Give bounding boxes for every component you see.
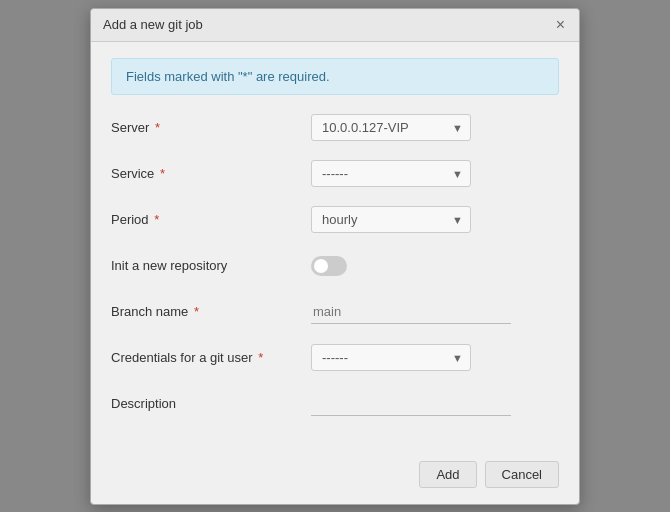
branch-row: Branch name * bbox=[111, 297, 559, 327]
info-banner-text: Fields marked with "*" are required. bbox=[126, 69, 330, 84]
add-button[interactable]: Add bbox=[419, 461, 476, 488]
branch-label: Branch name * bbox=[111, 304, 311, 319]
credentials-row: Credentials for a git user * ------ ▼ bbox=[111, 343, 559, 373]
init-repo-toggle[interactable] bbox=[311, 256, 347, 276]
service-row: Service * ------ ▼ bbox=[111, 159, 559, 189]
init-repo-label: Init a new repository bbox=[111, 258, 311, 273]
add-git-job-dialog: Add a new git job × Fields marked with "… bbox=[90, 8, 580, 505]
service-required: * bbox=[156, 166, 165, 181]
period-select[interactable]: hourly daily weekly monthly bbox=[311, 206, 471, 233]
service-select-wrapper: ------ ▼ bbox=[311, 160, 471, 187]
init-repo-control bbox=[311, 256, 559, 276]
description-control bbox=[311, 392, 559, 416]
credentials-required: * bbox=[255, 350, 264, 365]
branch-control bbox=[311, 300, 559, 324]
branch-input[interactable] bbox=[311, 300, 511, 324]
dialog-footer: Add Cancel bbox=[91, 451, 579, 504]
server-required: * bbox=[151, 120, 160, 135]
period-control: hourly daily weekly monthly ▼ bbox=[311, 206, 559, 233]
close-button[interactable]: × bbox=[554, 17, 567, 33]
dialog-body: Fields marked with "*" are required. Ser… bbox=[91, 42, 579, 451]
init-repo-row: Init a new repository bbox=[111, 251, 559, 281]
period-select-wrapper: hourly daily weekly monthly ▼ bbox=[311, 206, 471, 233]
cancel-button[interactable]: Cancel bbox=[485, 461, 559, 488]
branch-required: * bbox=[190, 304, 199, 319]
period-required: * bbox=[151, 212, 160, 227]
server-select-wrapper: 10.0.0.127-VIP ▼ bbox=[311, 114, 471, 141]
toggle-slider bbox=[311, 256, 347, 276]
description-input[interactable] bbox=[311, 392, 511, 416]
description-row: Description bbox=[111, 389, 559, 419]
server-row: Server * 10.0.0.127-VIP ▼ bbox=[111, 113, 559, 143]
credentials-control: ------ ▼ bbox=[311, 344, 559, 371]
credentials-select[interactable]: ------ bbox=[311, 344, 471, 371]
service-label: Service * bbox=[111, 166, 311, 181]
period-row: Period * hourly daily weekly monthly ▼ bbox=[111, 205, 559, 235]
service-control: ------ ▼ bbox=[311, 160, 559, 187]
server-control: 10.0.0.127-VIP ▼ bbox=[311, 114, 559, 141]
dialog-title: Add a new git job bbox=[103, 17, 203, 32]
server-select[interactable]: 10.0.0.127-VIP bbox=[311, 114, 471, 141]
info-banner: Fields marked with "*" are required. bbox=[111, 58, 559, 95]
service-select[interactable]: ------ bbox=[311, 160, 471, 187]
dialog-header: Add a new git job × bbox=[91, 9, 579, 42]
description-label: Description bbox=[111, 396, 311, 411]
credentials-select-wrapper: ------ ▼ bbox=[311, 344, 471, 371]
period-label: Period * bbox=[111, 212, 311, 227]
server-label: Server * bbox=[111, 120, 311, 135]
credentials-label: Credentials for a git user * bbox=[111, 350, 311, 365]
